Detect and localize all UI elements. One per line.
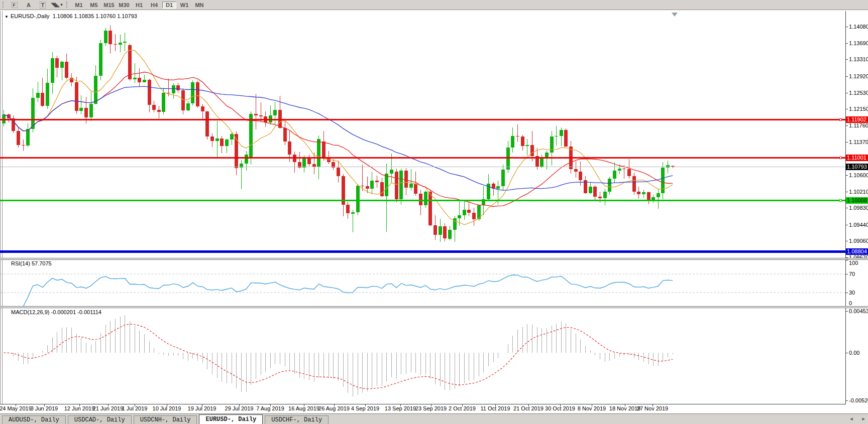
chart-tab-usdcnh[interactable]: USDCNH-, Daily: [134, 415, 197, 424]
price-level-badge: 1.08804: [846, 248, 868, 255]
timeframe-button-M1[interactable]: M1: [72, 2, 86, 9]
rsi-axis-label: 100: [849, 260, 858, 266]
date-axis-label: 27 Nov 2019: [637, 405, 668, 411]
level-line-handle[interactable]: [839, 199, 842, 202]
timeframes-toolbar: M1M5M15M30H1H4D1W1MN: [71, 2, 207, 9]
price-level-badge: 1.11001: [846, 155, 868, 161]
price-axis-line: [845, 11, 846, 404]
arrow-tools-icon[interactable]: ◥◣▾: [51, 1, 63, 9]
rsi-line: [9, 275, 673, 307]
chart-tab-eurusd[interactable]: EURUSD-, Daily: [199, 414, 263, 424]
date-axis-label: 30 Oct 2019: [545, 405, 575, 411]
chart-tab-bar: AUDUSD-, DailyUSDCAD-, DailyUSDCNH-, Dai…: [0, 413, 868, 424]
price-axis-label: 1.12920: [849, 73, 868, 79]
level-line-handle[interactable]: [839, 157, 842, 159]
horizontal-level-line-resistance[interactable]: [0, 119, 845, 120]
price-axis-label: 1.09440: [849, 222, 868, 228]
date-axis-label: 19 Jul 2019: [188, 405, 216, 411]
chart-ohlc-values: 1.10806 1.10835 1.10760 1.10793: [53, 13, 137, 19]
timeframe-button-M30[interactable]: M30: [117, 2, 131, 9]
window-border: [2, 11, 3, 404]
rsi-axis-label: 70: [849, 271, 855, 277]
time-axis-line: [0, 404, 846, 404]
macd-indicator-label: MACD(12,26,9) -0.000201 -0.001114: [11, 309, 101, 315]
level-line-handle[interactable]: [839, 118, 842, 121]
date-axis-label: 8 Nov 2019: [578, 405, 606, 411]
timeframe-button-W1[interactable]: W1: [177, 2, 191, 9]
text-icon[interactable]: A: [23, 1, 35, 9]
price-axis-label: 1.11760: [849, 122, 868, 128]
current-price-line: [0, 167, 845, 167]
chart-tab-usdchf[interactable]: USDCHF-, Daily: [265, 415, 329, 424]
fibonacci-icon-glyph: F: [12, 2, 18, 8]
toolbar-grip[interactable]: [3, 2, 5, 8]
date-axis-label: 26 Aug 2019: [318, 405, 350, 411]
dropdown-caret-icon[interactable]: ▾: [60, 3, 62, 7]
price-level-badge: 1.11902: [846, 116, 868, 123]
price-axis-label: 1.12530: [849, 90, 868, 96]
rsi-axis-label: 0: [849, 300, 852, 306]
fibonacci-icon[interactable]: F: [9, 1, 21, 9]
price-axis-label: 1.13310: [849, 56, 868, 62]
text-icon-glyph: A: [27, 2, 31, 8]
timeframe-button-M15[interactable]: M15: [102, 2, 116, 9]
rsi-indicator-label: RSI(14) 57.7075: [11, 260, 52, 266]
rsi-panel: [0, 274, 845, 307]
price-axis-label: 1.11370: [849, 139, 868, 145]
date-axis-label: 10 Jul 2019: [153, 405, 181, 411]
date-axis-label: 24 May 2019: [0, 405, 32, 411]
macd-axis-label: -0.005205: [849, 397, 868, 403]
price-axis-label: 1.12150: [849, 106, 868, 112]
tab-scroll-right-icon[interactable]: ►: [862, 416, 865, 422]
line-studies-toolbar: FAT◥◣▾: [8, 1, 64, 9]
chart-canvas[interactable]: [0, 0, 868, 424]
price-axis-label: 1.13690: [849, 40, 868, 46]
horizontal-level-line-resistance[interactable]: [0, 157, 845, 159]
toolbar: FAT◥◣▾ M1M5M15M30H1H4D1W1MN: [0, 0, 868, 10]
timeframe-button-MN[interactable]: MN: [192, 2, 206, 9]
macd-axis-label: 0.00: [849, 350, 859, 356]
window-border: [0, 11, 1, 404]
chart-window[interactable]: [0, 10, 868, 424]
macd-histogram: [4, 315, 673, 396]
panel-separator[interactable]: [0, 258, 868, 260]
chart-tab-audusd[interactable]: AUDUSD-, Daily: [2, 415, 66, 424]
macd-axis-label: 0.004536: [849, 308, 868, 314]
price-axis-label: 1.14080: [849, 24, 868, 30]
date-axis-label: 12 Jun 2019: [64, 405, 95, 411]
text-label-icon[interactable]: T: [37, 1, 49, 9]
date-axis-label: 21 Oct 2019: [513, 405, 544, 411]
chart-tab-usdcad[interactable]: USDCAD-, Daily: [68, 415, 132, 424]
price-axis-label: 1.10600: [849, 172, 868, 178]
chart-menu-icon[interactable]: ▼: [5, 15, 9, 19]
tab-scroll-arrows: ◄ ►: [844, 416, 865, 422]
timeframe-button-D1[interactable]: D1: [162, 2, 176, 9]
price-level-badge: 1.10008: [846, 197, 868, 204]
date-axis-label: 7 Aug 2019: [256, 405, 284, 411]
date-axis-label: 1 Jul 2019: [122, 405, 148, 411]
price-axis-label: 1.09060: [849, 238, 868, 244]
toolbar-grip[interactable]: [66, 2, 69, 8]
date-axis-label: 16 Aug 2019: [288, 405, 319, 411]
chart-shift-marker[interactable]: [672, 13, 678, 17]
arrow-tools-icon-glyph: ◥◣: [51, 2, 60, 8]
panel-separator[interactable]: [0, 306, 868, 308]
candlesticks: [2, 25, 675, 242]
date-axis-label: 3 Jun 2019: [31, 405, 58, 411]
price-axis-label: 1.10210: [849, 189, 868, 195]
chart-title: ▼EURUSD-,Daily 1.10806 1.10835 1.10760 1…: [5, 13, 137, 19]
text-label-icon-glyph: T: [40, 2, 46, 9]
date-axis-label: 21 Jun 2019: [93, 405, 124, 411]
date-axis-label: 4 Sep 2019: [351, 405, 379, 411]
timeframe-button-H1[interactable]: H1: [132, 2, 146, 9]
date-axis-label: 29 Jul 2019: [225, 405, 254, 411]
timeframe-button-H4[interactable]: H4: [147, 2, 161, 9]
date-axis-label: 18 Nov 2019: [609, 405, 640, 411]
date-axis-label: 11 Oct 2019: [480, 405, 510, 411]
moving-averages: [4, 50, 673, 225]
horizontal-level-line-support[interactable]: [0, 250, 845, 253]
tab-scroll-left-icon[interactable]: ◄: [850, 416, 853, 422]
timeframe-button-M5[interactable]: M5: [87, 2, 101, 9]
horizontal-level-line-support[interactable]: [0, 200, 845, 201]
date-axis-label: 13 Sep 2019: [385, 405, 416, 411]
